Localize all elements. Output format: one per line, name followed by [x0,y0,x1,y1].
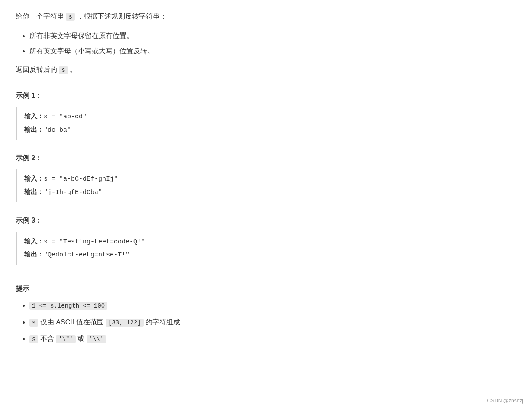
example-3-input: 输入：s = "Test1ng-Leet=code-Q!" [24,235,509,249]
intro-text-before: 给你一个字符串 [16,13,66,20]
hint-item-3: s 不含 '\"' 或 '\\' [29,333,516,345]
hint-3-code1: '\"' [56,335,76,343]
return-text-after: 。 [68,66,77,73]
example-3-block: 输入：s = "Test1ng-Leet=code-Q!" 输出："Qedo1c… [16,232,516,265]
rule-item-2: 所有英文字母（小写或大写）位置反转。 [29,45,516,57]
hint-1-code: 1 <= s.length <= 100 [29,302,107,310]
example-3-title: 示例 3： [16,214,516,226]
example-3-output: 输出："Qedo1ct-eeLg=ntse-T!" [24,248,509,262]
hints-list: 1 <= s.length <= 100 s 仅由 ASCII 值在范围 [33… [16,299,516,345]
example-2-output: 输出："j-Ih-gfE-dCba" [24,186,509,199]
hint-item-2: s 仅由 ASCII 值在范围 [33, 122] 的字符组成 [29,316,516,329]
hint-3-text: 不含 [38,335,56,342]
intro-text-after: ，根据下述规则反转字符串： [75,13,167,20]
hint-2-range: [33, 122] [106,319,144,327]
intro-var-s: s [66,13,74,21]
example-1-title: 示例 1： [16,90,516,101]
rule-item-1: 所有非英文字母保留在原有位置。 [29,30,516,42]
footer-credit: CSDN @zbsnzj [487,396,523,405]
rules-list: 所有非英文字母保留在原有位置。 所有英文字母（小写或大写）位置反转。 [16,30,516,57]
example-1-block: 输入：s = "ab-cd" 输出："dc-ba" [16,107,516,140]
example-1-input: 输入：s = "ab-cd" [24,110,509,123]
hint-3-code2: '\\' [87,335,106,343]
hint-2-var: s [29,319,38,327]
example-2-title: 示例 2： [16,152,516,164]
return-paragraph: 返回反转后的 s 。 [16,64,516,76]
hints-title: 提示 [16,282,516,294]
hint-3-var: s [29,335,38,343]
return-var-s: s [59,66,68,74]
example-2-block: 输入：s = "a-bC-dEf-ghIj" 输出："j-Ih-gfE-dCba… [16,169,516,202]
example-1-output: 输出："dc-ba" [24,123,509,137]
intro-paragraph: 给你一个字符串 s ，根据下述规则反转字符串： [16,10,516,23]
hint-2-text-after: 的字符组成 [144,318,180,326]
example-2-input: 输入：s = "a-bC-dEf-ghIj" [24,172,509,186]
hint-2-text: 仅由 ASCII 值在范围 [38,318,106,326]
hint-item-1: 1 <= s.length <= 100 [29,299,516,312]
hint-3-text-mid: 或 [76,335,87,342]
return-text-before: 返回反转后的 [16,66,59,73]
